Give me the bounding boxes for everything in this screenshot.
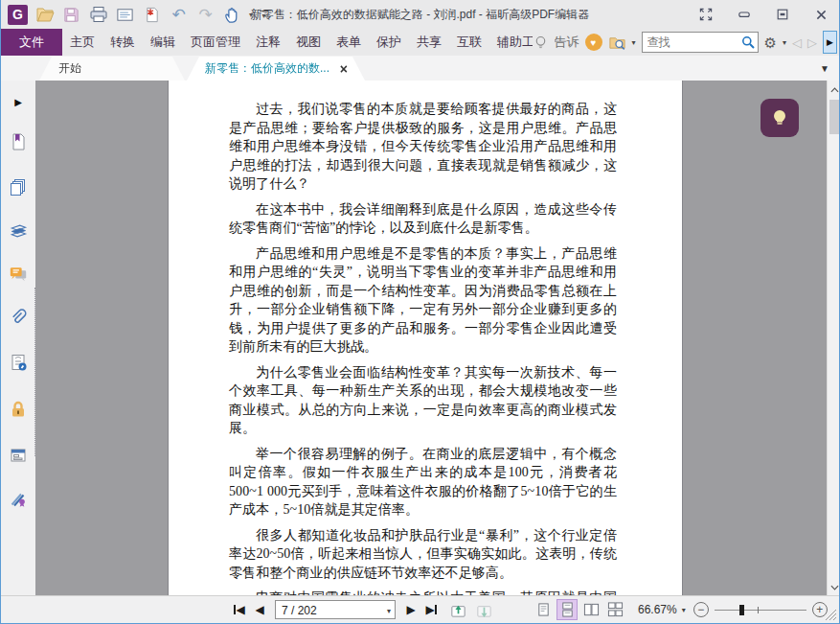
search-icon[interactable]	[740, 35, 756, 50]
email-note-icon	[116, 6, 134, 24]
next-page-button[interactable]: ▶	[401, 604, 420, 615]
zoom-out-button[interactable]: −	[693, 602, 709, 617]
fullscreen-arrows-icon	[698, 7, 714, 22]
zoom-slider-thumb[interactable]	[739, 605, 744, 615]
zoom-level-label[interactable]: 66.67%	[638, 603, 677, 616]
facing-view-button[interactable]	[581, 600, 601, 619]
continuous-facing-view-button[interactable]	[605, 600, 624, 619]
hand-tool-button[interactable]	[222, 5, 242, 25]
gear-caret[interactable]: ▾	[783, 38, 786, 47]
last-page-bar-icon	[435, 605, 437, 614]
signature-pen-icon	[9, 489, 28, 508]
single-page-icon	[536, 602, 551, 617]
last-page-button[interactable]: ▶	[420, 604, 442, 615]
document-canvas[interactable]: 过去，我们说零售的本质就是要给顾客提供最好的商品，这是产品思维；要给客户提供极致…	[35, 81, 827, 596]
foxit-logo-icon[interactable]: G	[8, 5, 28, 25]
vertical-scrollbar[interactable]	[827, 81, 840, 596]
resize-grip[interactable]	[825, 609, 837, 621]
ribbon-next-icon[interactable]: ▷	[807, 35, 817, 50]
folder-search-icon[interactable]	[608, 34, 626, 52]
folder-search-caret[interactable]: ▾	[632, 38, 636, 47]
close-button[interactable]	[808, 3, 833, 26]
save-button[interactable]	[61, 5, 81, 25]
tab-close-icon[interactable]: ×	[334, 61, 365, 77]
previous-view-button[interactable]	[449, 601, 467, 619]
layers-panel-button[interactable]	[9, 221, 28, 241]
menu-right-cluster: 告诉 ♥ ▾ ⚙ ▾ ◁ ▷ ▶	[533, 29, 839, 56]
gear-icon[interactable]: ⚙	[764, 35, 777, 50]
scroll-down-icon[interactable]	[828, 580, 840, 594]
email-button[interactable]	[115, 5, 135, 25]
new-document-button[interactable]	[142, 5, 162, 25]
sign-panel-button[interactable]	[9, 489, 28, 508]
menu-form[interactable]: 表单	[329, 34, 369, 51]
tab-document[interactable]: 新零售：低价高效的数... ×	[187, 57, 365, 81]
document-paragraph: 举一个很容易理解的例子。在商业的底层逻辑中，有个概念叫定倍率。假如一件衣服生产出…	[229, 445, 617, 520]
page-number-box: ▾	[275, 600, 396, 619]
single-page-view-button[interactable]	[534, 600, 553, 619]
first-page-icon: ◀	[236, 604, 244, 615]
left-panel-rail: ▶	[1, 81, 35, 596]
page-number-input[interactable]	[276, 602, 395, 619]
menu-page-management[interactable]: 页面管理	[183, 34, 248, 51]
bookmarks-panel-button[interactable]	[9, 132, 28, 151]
zoom-slider[interactable]	[715, 602, 806, 617]
first-page-button[interactable]: ◀	[229, 604, 250, 615]
security-panel-button[interactable]	[9, 400, 28, 419]
scrollbar-thumb[interactable]	[829, 100, 840, 134]
zoom-level-caret[interactable]: ▾	[682, 606, 686, 614]
document-signature-icon	[9, 353, 28, 372]
fullscreen-button[interactable]	[693, 3, 718, 26]
continuous-facing-icon	[607, 602, 624, 617]
menu-protect[interactable]: 保护	[369, 34, 409, 51]
customize-toolbar-button[interactable]: ▾	[260, 11, 268, 18]
layers-icon	[9, 221, 28, 241]
comment-icon	[9, 265, 28, 284]
attachments-panel-button[interactable]	[9, 308, 28, 327]
minimize-button[interactable]	[732, 3, 757, 26]
previous-view-icon	[449, 601, 467, 619]
customize-caret-icon: ▾	[262, 13, 266, 18]
tell-me-label[interactable]: 告诉	[555, 34, 579, 51]
previous-page-button[interactable]: ◀	[250, 604, 269, 615]
document-paragraph: 为什么零售业会面临结构性变革？其实每一次新技术、每一个效率工具、每一种新生产关系…	[229, 363, 617, 438]
print-button[interactable]	[88, 5, 108, 25]
menu-share[interactable]: 共享	[409, 34, 449, 51]
menu-view[interactable]: 视图	[288, 34, 329, 51]
page-layout-group	[534, 600, 624, 619]
status-bar: ◀ ◀ ▾ ▶ ▶	[1, 595, 839, 623]
menu-comment[interactable]: 注释	[248, 34, 288, 51]
page-thumbnails-panel-button[interactable]	[9, 177, 28, 196]
document-paragraph: 在这本书中，我会详细阐释到底是什么原因，造成这些令传统零售商们“苦恼”的悖论，以…	[229, 200, 617, 238]
next-view-button[interactable]	[475, 601, 493, 619]
menu-file[interactable]: 文件	[1, 29, 62, 56]
page-number-caret[interactable]: ▾	[387, 607, 391, 615]
pdf-page[interactable]: 过去，我们说零售的本质就是要给顾客提供最好的商品，这是产品思维；要给客户提供极致…	[169, 81, 682, 596]
title-bar: G	[1, 0, 839, 29]
redo-button[interactable]: ↷	[195, 5, 216, 25]
menu-connect[interactable]: 互联	[449, 34, 489, 51]
continuous-view-button[interactable]	[557, 600, 577, 619]
assistant-lightbulb-button[interactable]	[761, 99, 799, 137]
menu-edit[interactable]: 编辑	[143, 34, 183, 51]
menu-convert[interactable]: 转换	[102, 34, 143, 51]
undo-button[interactable]: ↶	[169, 5, 189, 25]
tab-start[interactable]: 开始	[39, 57, 185, 81]
tab-list-caret-icon[interactable]: ▼	[820, 63, 829, 74]
panel-expand-icon[interactable]: ▶	[9, 92, 28, 111]
scroll-up-icon[interactable]	[828, 82, 840, 97]
heart-badge-icon[interactable]: ♥	[585, 34, 602, 51]
open-file-button[interactable]	[34, 5, 55, 25]
document-tab-bar: 开始 新零售：低价高效的数... × ▼	[1, 56, 839, 81]
hand-tool-dropdown-caret[interactable]: ▾	[249, 11, 253, 19]
continuous-page-icon	[560, 602, 575, 617]
menu-home[interactable]: 主页	[62, 34, 102, 51]
digital-signatures-panel-button[interactable]	[9, 353, 28, 372]
comments-panel-button[interactable]	[9, 265, 28, 284]
undo-icon: ↶	[171, 7, 185, 23]
ribbon-prev-icon[interactable]: ◁	[792, 35, 802, 50]
save-floppy-icon	[62, 6, 80, 24]
restore-button[interactable]	[770, 3, 795, 26]
ribbon-expand-button[interactable]: ▶	[823, 31, 837, 54]
fields-panel-button[interactable]	[9, 446, 28, 465]
